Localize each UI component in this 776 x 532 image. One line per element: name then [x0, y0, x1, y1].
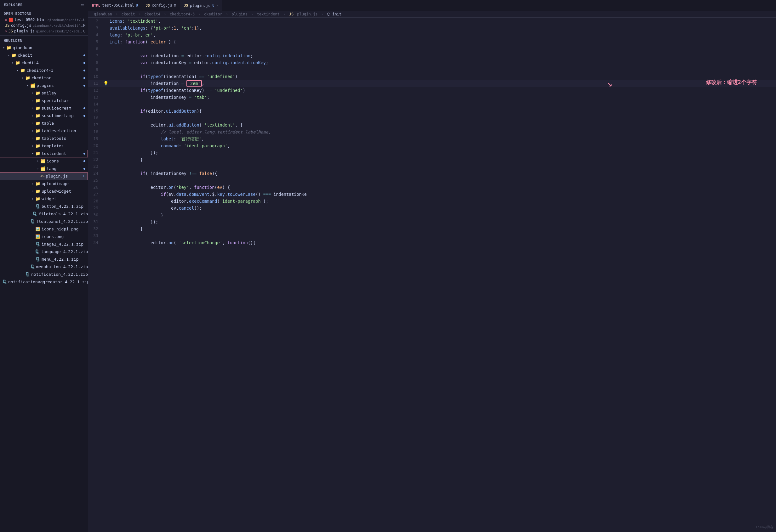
- tree-item-susuicecream[interactable]: › 📁 susuicecream: [0, 104, 88, 112]
- editor-item-test[interactable]: × 🟥 test-0502.html qianduan/ckedit/ckedi…: [0, 17, 88, 23]
- tree-item-icons-png[interactable]: › 🖼️ icons.png: [0, 233, 88, 241]
- tree-label: table: [41, 120, 54, 127]
- line-number: 21: [88, 149, 103, 156]
- tree-item-plugins[interactable]: ▾ 🗂️ plugins: [0, 82, 88, 89]
- file-tree: ▾ 📁 qianduan ▾ 📁 ckedit ▾ 📁 ckedit4 ▾ 📁 …: [0, 44, 88, 532]
- line-content: if( indentationKey !== false){: [108, 170, 776, 177]
- folder-icon: 📁: [6, 44, 11, 51]
- line-number: 3: [88, 25, 103, 31]
- tree-item-ckeditor[interactable]: ▾ 📁 ckeditor: [0, 74, 88, 82]
- code-line-6: 6: [88, 45, 776, 52]
- tree-item-susutimestamp[interactable]: › 📁 susutimestamp: [0, 112, 88, 119]
- tree-label: filetools_4.22.1.zip: [38, 211, 88, 218]
- tree-label: icons_hidpi.png: [41, 226, 78, 233]
- tree-label: ckeditor: [31, 75, 51, 81]
- breadcrumb-text: plugins: [231, 12, 247, 16]
- tree-label: textindent: [41, 150, 66, 157]
- code-line-25: 25: [88, 177, 776, 184]
- tab-config-js[interactable]: JS config.js M: [142, 0, 180, 11]
- tree-label: menubutton_4.22.1.zip: [36, 263, 88, 270]
- tree-item-widget[interactable]: › 📁 widget: [0, 195, 88, 203]
- code-editor[interactable]: 2 icons: 'textindent', 3 availableLangs:…: [88, 18, 776, 532]
- close-icon[interactable]: ×: [5, 18, 7, 22]
- tree-item-ckedit[interactable]: ▾ 📁 ckedit: [0, 52, 88, 59]
- js-file-icon: JS: [40, 173, 44, 180]
- tree-item-image2-zip[interactable]: › 🗜️ image2_4.22.1.zip: [0, 241, 88, 248]
- line-number: 12: [88, 87, 103, 94]
- tree-item-icons[interactable]: › 🗂️ icons: [0, 158, 88, 165]
- tree-item-button-zip[interactable]: › 🗜️ button_4.22.1.zip: [0, 203, 88, 210]
- code-line-3: 3 availableLangs: {'pt-br':1, 'en':1},: [88, 25, 776, 31]
- close-icon[interactable]: ×: [5, 29, 7, 33]
- tree-item-tabletools[interactable]: › 📁 tabletools: [0, 135, 88, 142]
- line-content: lang: 'pt-br, en',: [108, 31, 776, 38]
- tree-item-ckedit4[interactable]: ▾ 📁 ckedit4: [0, 59, 88, 67]
- tab-plugin-js[interactable]: JS plugin.js U ×: [180, 0, 222, 11]
- tree-item-qianduan[interactable]: ▾ 📁 qianduan: [0, 44, 88, 52]
- line-number: 29: [88, 205, 103, 212]
- tree-item-notificationaggregator-zip[interactable]: › 🗜️ notificationaggregator_4.22.1.zip: [0, 278, 88, 286]
- line-content: command: 'ident-paragraph',: [108, 142, 776, 149]
- tree-item-smiley[interactable]: › 📁 smiley: [0, 89, 88, 97]
- tree-item-plugin-js[interactable]: › JS plugin.js U: [0, 173, 88, 180]
- zip-icon: 🗜️: [35, 241, 40, 248]
- code-line-16: 16: [88, 114, 776, 121]
- editor-filepath: qianduan/ckedit/ckedit4/ckeditor4-3/ck4-…: [47, 18, 83, 22]
- tab-close-icon[interactable]: ×: [216, 3, 218, 8]
- tab-bar: HTML test-0502.html U JS config.js M JS …: [88, 0, 776, 11]
- editor-item-config[interactable]: JS config.js qianduan/ckedit/ckedit4/cke…: [0, 23, 88, 28]
- js-icon: JS: [146, 3, 150, 8]
- tree-label: tabletools: [41, 135, 66, 142]
- tree-item-uploadimage[interactable]: › 📁 uploadimage: [0, 180, 88, 188]
- modified-dot: [83, 85, 85, 86]
- tree-item-language-zip[interactable]: › 🗜️ language_4.22.1.zip: [0, 248, 88, 256]
- line-number: 6: [88, 45, 103, 52]
- zip-icon: 🗜️: [30, 218, 35, 225]
- line-number: 16: [88, 114, 103, 121]
- tab-test-0502[interactable]: HTML test-0502.html U: [88, 0, 142, 11]
- tree-item-notification-zip[interactable]: › 🗜️ notification_4.22.1.zip: [0, 271, 88, 278]
- tree-item-lang[interactable]: › 🗂️ lang: [0, 165, 88, 173]
- breadcrumb-text: textindent: [257, 12, 280, 16]
- breadcrumb-text: JS: [289, 12, 294, 16]
- line-number: 23: [88, 163, 103, 170]
- code-line-14: 14: [88, 101, 776, 108]
- tree-item-templates[interactable]: › 📁 templates: [0, 142, 88, 150]
- tree-label: notification_4.22.1.zip: [31, 271, 88, 278]
- js-icon: JS: [184, 3, 188, 8]
- tree-item-textindent[interactable]: ▾ 📁 textindent: [0, 150, 88, 158]
- tree-item-menubutton-zip[interactable]: › 🗜️ menubutton_4.22.1.zip: [0, 263, 88, 271]
- tree-label: ckedit4: [21, 59, 39, 66]
- tree-item-floatpanel-zip[interactable]: › 🗜️ floatpanel_4.22.1.zip: [0, 218, 88, 225]
- editor-item-plugin[interactable]: × JS plugin.js qianduan/ckedit/ckedit4/c…: [0, 28, 88, 34]
- js-file-icon: JS: [5, 23, 9, 28]
- watermark: CSDN@博客: [756, 525, 773, 529]
- html-file-icon: 🟥: [8, 18, 13, 22]
- tree-item-tableselection[interactable]: › 📁 tableselection: [0, 127, 88, 135]
- line-number: 11: [88, 80, 103, 87]
- arrow-icon: ›: [35, 158, 40, 165]
- code-line-12: 12 if(typeof(indentationKey) == 'undefin…: [88, 87, 776, 94]
- code-line-20: 20 command: 'ident-paragraph',: [88, 142, 776, 149]
- breadcrumb-text: ckedit4: [145, 12, 161, 16]
- tree-item-table[interactable]: › 📁 table: [0, 119, 88, 127]
- open-editors-label: OPEN EDITORS: [0, 10, 88, 17]
- code-line-21: 21 });: [88, 149, 776, 156]
- tree-item-filetools-zip[interactable]: › 🗜️ filetools_4.22.1.zip: [0, 210, 88, 218]
- sidebar-menu-icon[interactable]: ⋯: [80, 2, 84, 8]
- code-line-32: 32 }: [88, 225, 776, 232]
- tree-item-uploadwidget[interactable]: › 📁 uploadwidget: [0, 188, 88, 195]
- editor-badge: U: [83, 18, 85, 22]
- arrow-icon: ›: [30, 120, 35, 127]
- tree-item-icons-hidpi[interactable]: › 🖼️ icons_hidpi.png: [0, 225, 88, 233]
- bulb-icon[interactable]: 💡: [103, 80, 108, 87]
- tree-item-specialchar[interactable]: › 📁 specialchar: [0, 97, 88, 104]
- line-number: 28: [88, 198, 103, 205]
- tree-item-menu-zip[interactable]: › 🗜️ menu_4.22.1.zip: [0, 256, 88, 263]
- tree-item-ckeditor4-3[interactable]: ▾ 📁 ckeditor4-3: [0, 67, 88, 74]
- folder-icon: 📁: [35, 180, 40, 187]
- line-content: // label: editor.lang.textindent.labelNa…: [108, 128, 776, 136]
- modified-dot: [83, 69, 85, 71]
- folder-icon: 📁: [15, 59, 20, 66]
- tree-label: icons.png: [41, 233, 64, 240]
